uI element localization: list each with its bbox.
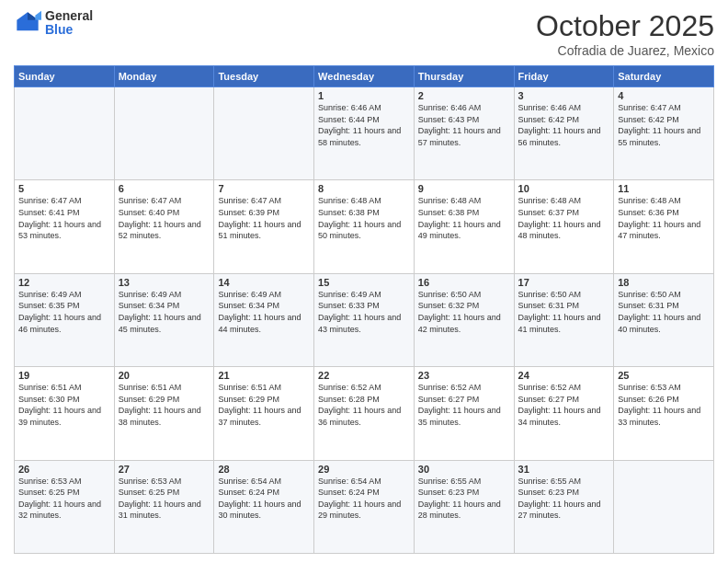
day-info: Sunrise: 6:47 AM Sunset: 6:41 PM Dayligh… — [18, 195, 110, 241]
sunset-text: Sunset: 6:34 PM — [119, 301, 180, 310]
sunrise-text: Sunrise: 6:52 AM — [518, 383, 582, 392]
sunset-text: Sunset: 6:30 PM — [18, 395, 80, 404]
sunset-text: Sunset: 6:23 PM — [418, 488, 480, 497]
day-number: 7 — [218, 183, 310, 194]
daylight-text: Daylight: 11 hours and 58 minutes. — [318, 126, 401, 147]
table-row — [15, 87, 115, 180]
sunrise-text: Sunrise: 6:46 AM — [318, 103, 381, 112]
daylight-text: Daylight: 11 hours and 47 minutes. — [618, 220, 700, 241]
location-title: Cofradia de Juarez, Mexico — [536, 43, 714, 58]
day-info: Sunrise: 6:50 AM Sunset: 6:32 PM Dayligh… — [418, 289, 510, 335]
day-info: Sunrise: 6:48 AM Sunset: 6:36 PM Dayligh… — [618, 195, 710, 241]
daylight-text: Daylight: 11 hours and 48 minutes. — [518, 220, 601, 241]
day-number: 22 — [318, 370, 410, 381]
day-info: Sunrise: 6:49 AM Sunset: 6:33 PM Dayligh… — [318, 289, 410, 335]
table-row: 15 Sunrise: 6:49 AM Sunset: 6:33 PM Dayl… — [314, 273, 415, 366]
sunrise-text: Sunrise: 6:51 AM — [18, 383, 82, 392]
day-info: Sunrise: 6:50 AM Sunset: 6:31 PM Dayligh… — [618, 289, 710, 335]
day-number: 26 — [18, 464, 110, 475]
table-row: 10 Sunrise: 6:48 AM Sunset: 6:37 PM Dayl… — [514, 180, 614, 273]
sunset-text: Sunset: 6:32 PM — [418, 301, 480, 310]
sunset-text: Sunset: 6:41 PM — [18, 208, 80, 217]
svg-marker-2 — [35, 11, 41, 20]
sunrise-text: Sunrise: 6:51 AM — [119, 383, 182, 392]
day-info: Sunrise: 6:52 AM Sunset: 6:27 PM Dayligh… — [418, 382, 510, 428]
daylight-text: Daylight: 11 hours and 56 minutes. — [518, 126, 601, 147]
day-number: 23 — [418, 370, 510, 381]
sunrise-text: Sunrise: 6:49 AM — [18, 290, 82, 299]
logo-blue-label: Blue — [45, 23, 93, 37]
sunrise-text: Sunrise: 6:47 AM — [618, 103, 681, 112]
daylight-text: Daylight: 11 hours and 55 minutes. — [618, 126, 700, 147]
table-row: 30 Sunrise: 6:55 AM Sunset: 6:23 PM Dayl… — [414, 460, 514, 553]
day-number: 4 — [618, 90, 710, 101]
sunset-text: Sunset: 6:38 PM — [418, 208, 480, 217]
calendar-week-row: 19 Sunrise: 6:51 AM Sunset: 6:30 PM Dayl… — [15, 367, 714, 460]
daylight-text: Daylight: 11 hours and 39 minutes. — [18, 406, 101, 427]
sunset-text: Sunset: 6:27 PM — [418, 395, 480, 404]
sunrise-text: Sunrise: 6:48 AM — [518, 196, 582, 205]
logo: General Blue — [14, 9, 93, 38]
daylight-text: Daylight: 11 hours and 33 minutes. — [618, 406, 700, 427]
table-row: 13 Sunrise: 6:49 AM Sunset: 6:34 PM Dayl… — [114, 273, 214, 366]
sunrise-text: Sunrise: 6:49 AM — [318, 290, 381, 299]
day-number: 27 — [119, 464, 210, 475]
day-info: Sunrise: 6:46 AM Sunset: 6:44 PM Dayligh… — [318, 102, 410, 148]
table-row: 2 Sunrise: 6:46 AM Sunset: 6:43 PM Dayli… — [414, 87, 514, 180]
sunset-text: Sunset: 6:26 PM — [618, 395, 679, 404]
table-row — [114, 87, 214, 180]
day-number: 1 — [318, 90, 410, 101]
table-row: 23 Sunrise: 6:52 AM Sunset: 6:27 PM Dayl… — [414, 367, 514, 460]
day-number: 5 — [18, 183, 110, 194]
col-friday: Friday — [514, 66, 614, 87]
table-row: 25 Sunrise: 6:53 AM Sunset: 6:26 PM Dayl… — [614, 367, 714, 460]
daylight-text: Daylight: 11 hours and 27 minutes. — [518, 500, 601, 521]
day-number: 3 — [518, 90, 610, 101]
table-row: 9 Sunrise: 6:48 AM Sunset: 6:38 PM Dayli… — [414, 180, 514, 273]
sunrise-text: Sunrise: 6:49 AM — [218, 290, 281, 299]
calendar-header-row: Sunday Monday Tuesday Wednesday Thursday… — [15, 66, 714, 87]
day-number: 16 — [418, 277, 510, 288]
header: General Blue October 2025 Cofradia de Ju… — [14, 9, 714, 58]
sunrise-text: Sunrise: 6:47 AM — [218, 196, 281, 205]
sunset-text: Sunset: 6:27 PM — [518, 395, 580, 404]
logo-text: General Blue — [45, 9, 93, 38]
sunrise-text: Sunrise: 6:52 AM — [418, 383, 482, 392]
table-row: 16 Sunrise: 6:50 AM Sunset: 6:32 PM Dayl… — [414, 273, 514, 366]
table-row: 17 Sunrise: 6:50 AM Sunset: 6:31 PM Dayl… — [514, 273, 614, 366]
day-info: Sunrise: 6:54 AM Sunset: 6:24 PM Dayligh… — [218, 476, 310, 522]
table-row: 11 Sunrise: 6:48 AM Sunset: 6:36 PM Dayl… — [614, 180, 714, 273]
daylight-text: Daylight: 11 hours and 46 minutes. — [18, 313, 101, 334]
sunrise-text: Sunrise: 6:47 AM — [18, 196, 82, 205]
day-info: Sunrise: 6:49 AM Sunset: 6:34 PM Dayligh… — [119, 289, 210, 335]
daylight-text: Daylight: 11 hours and 44 minutes. — [218, 313, 301, 334]
table-row: 31 Sunrise: 6:55 AM Sunset: 6:23 PM Dayl… — [514, 460, 614, 553]
table-row: 1 Sunrise: 6:46 AM Sunset: 6:44 PM Dayli… — [314, 87, 415, 180]
calendar-week-row: 12 Sunrise: 6:49 AM Sunset: 6:35 PM Dayl… — [15, 273, 714, 366]
day-info: Sunrise: 6:49 AM Sunset: 6:35 PM Dayligh… — [18, 289, 110, 335]
day-info: Sunrise: 6:48 AM Sunset: 6:38 PM Dayligh… — [318, 195, 410, 241]
day-info: Sunrise: 6:47 AM Sunset: 6:39 PM Dayligh… — [218, 195, 310, 241]
daylight-text: Daylight: 11 hours and 28 minutes. — [418, 500, 501, 521]
daylight-text: Daylight: 11 hours and 51 minutes. — [218, 220, 301, 241]
col-wednesday: Wednesday — [314, 66, 415, 87]
day-info: Sunrise: 6:55 AM Sunset: 6:23 PM Dayligh… — [518, 476, 610, 522]
day-number: 9 — [418, 183, 510, 194]
col-monday: Monday — [114, 66, 214, 87]
day-info: Sunrise: 6:54 AM Sunset: 6:24 PM Dayligh… — [318, 476, 410, 522]
table-row: 28 Sunrise: 6:54 AM Sunset: 6:24 PM Dayl… — [214, 460, 314, 553]
sunrise-text: Sunrise: 6:47 AM — [119, 196, 182, 205]
sunrise-text: Sunrise: 6:53 AM — [18, 477, 82, 486]
table-row: 8 Sunrise: 6:48 AM Sunset: 6:38 PM Dayli… — [314, 180, 415, 273]
day-number: 30 — [418, 464, 510, 475]
day-info: Sunrise: 6:50 AM Sunset: 6:31 PM Dayligh… — [518, 289, 610, 335]
sunset-text: Sunset: 6:31 PM — [618, 301, 679, 310]
table-row: 24 Sunrise: 6:52 AM Sunset: 6:27 PM Dayl… — [514, 367, 614, 460]
logo-icon — [14, 9, 41, 37]
daylight-text: Daylight: 11 hours and 37 minutes. — [218, 406, 301, 427]
sunrise-text: Sunrise: 6:46 AM — [518, 103, 582, 112]
sunrise-text: Sunrise: 6:53 AM — [119, 477, 182, 486]
calendar-table: Sunday Monday Tuesday Wednesday Thursday… — [14, 65, 714, 554]
sunrise-text: Sunrise: 6:48 AM — [418, 196, 482, 205]
day-number: 31 — [518, 464, 610, 475]
